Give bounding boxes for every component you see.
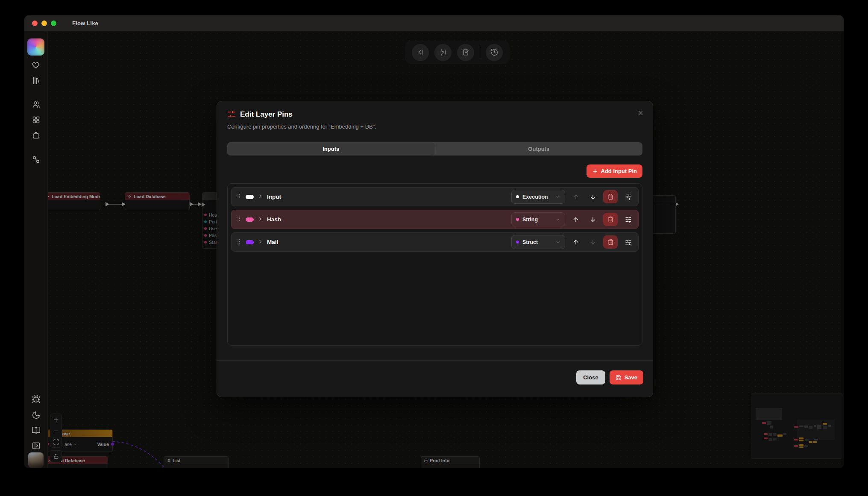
minimap-node-mark — [809, 426, 812, 429]
sidebar-item-flows[interactable] — [30, 153, 42, 165]
node-print-info[interactable]: Print Info — [421, 456, 480, 468]
expand-row-button[interactable] — [258, 238, 263, 246]
expand-row-button[interactable] — [258, 193, 263, 201]
moon-icon — [32, 411, 41, 420]
lock-canvas-button[interactable] — [50, 450, 62, 462]
sidebar-item-store[interactable] — [30, 129, 42, 141]
sidebar-item-favorites[interactable] — [30, 59, 42, 71]
node-list[interactable]: List — [164, 456, 229, 468]
sidebar-item-team[interactable] — [30, 98, 42, 110]
arrow-up-icon — [572, 239, 579, 246]
history-button[interactable] — [486, 44, 503, 61]
footer-divider — [217, 360, 653, 361]
minimize-window-button[interactable] — [41, 21, 47, 26]
node-load-database[interactable]: Load Database — [125, 192, 190, 210]
database-select[interactable]: ase — [65, 442, 77, 447]
user-avatar[interactable] — [28, 452, 44, 468]
drag-handle[interactable] — [236, 215, 242, 224]
close-icon — [637, 110, 644, 116]
pin-settings-button[interactable] — [622, 235, 635, 249]
pin-row-mail[interactable]: Mail Struct — [231, 232, 639, 252]
expand-row-button[interactable] — [258, 216, 263, 223]
move-down-button[interactable] — [586, 235, 599, 249]
exec-in-pin[interactable] — [202, 203, 205, 207]
add-input-pin-button[interactable]: Add Input Pin — [586, 164, 642, 178]
app-logo[interactable] — [27, 38, 44, 56]
chevron-down-icon — [555, 240, 560, 245]
save-button[interactable]: Save — [610, 370, 643, 384]
sliders-icon — [625, 216, 632, 223]
canvas-toolbar — [405, 41, 510, 64]
minimap-node-mark — [814, 425, 816, 427]
chevron-right-icon — [258, 194, 263, 199]
type-label: Struct — [522, 239, 552, 245]
sidebar-item-debug[interactable] — [30, 393, 42, 405]
variables-button[interactable] — [434, 44, 452, 61]
tab-outputs[interactable]: Outputs — [435, 142, 643, 156]
move-down-button[interactable] — [586, 190, 599, 203]
dialog-close-button[interactable] — [635, 107, 646, 118]
sidebar-item-panel-toggle[interactable] — [30, 440, 42, 452]
pin-type-select[interactable]: Struct — [511, 235, 565, 249]
move-up-button[interactable] — [569, 213, 582, 226]
zoom-out-button[interactable] — [50, 425, 62, 436]
window-title: Flow Like — [72, 20, 98, 26]
minimap-node-mark — [770, 426, 773, 428]
chevron-down-icon — [555, 217, 560, 222]
drag-handle[interactable] — [236, 193, 242, 201]
minimap-node-mark — [768, 433, 772, 436]
zoom-window-button[interactable] — [51, 21, 56, 26]
sliders-icon — [625, 239, 632, 246]
minimap-node-mark — [804, 445, 808, 447]
value-pin-dot[interactable] — [111, 443, 114, 446]
minimap-node-mark — [799, 440, 803, 441]
pin-type-select[interactable]: String — [511, 212, 565, 226]
notes-button[interactable] — [457, 44, 474, 61]
move-down-button[interactable] — [586, 213, 599, 226]
book-open-icon — [32, 426, 41, 435]
minimap-node-mark — [799, 446, 803, 448]
sidebar-item-apps[interactable] — [30, 114, 42, 126]
titlebar[interactable]: Flow Like — [24, 15, 844, 31]
zoom-in-button[interactable] — [50, 414, 62, 425]
zap-icon — [128, 194, 132, 199]
minimap-node-mark — [828, 425, 831, 427]
close-window-button[interactable] — [32, 21, 38, 26]
sidebar-item-library[interactable] — [30, 74, 42, 86]
drag-handle[interactable] — [236, 238, 242, 247]
minus-icon — [53, 428, 59, 434]
delete-pin-button[interactable] — [603, 190, 618, 203]
tab-inputs[interactable]: Inputs — [227, 142, 435, 156]
close-button[interactable]: Close — [576, 370, 605, 384]
type-dot — [516, 195, 519, 198]
sidebar-item-theme-toggle[interactable] — [30, 409, 42, 421]
minimap-node-mark — [823, 423, 827, 425]
fit-view-button[interactable] — [50, 436, 62, 447]
move-up-button[interactable] — [569, 235, 582, 249]
pin-row-input[interactable]: Input Execution — [231, 187, 639, 206]
minimap-node-mark — [817, 425, 821, 429]
delete-pin-button[interactable] — [603, 213, 618, 226]
chevron-right-icon — [258, 239, 263, 244]
trash-icon — [607, 216, 614, 223]
pin-settings-button[interactable] — [622, 213, 635, 226]
move-up-button[interactable] — [569, 190, 582, 203]
minimap-node-mark — [764, 437, 768, 439]
pin-type-select[interactable]: Execution — [511, 190, 565, 204]
trash-icon — [607, 239, 614, 245]
step-back-button[interactable] — [412, 44, 429, 61]
pin-settings-button[interactable] — [622, 190, 635, 203]
pin-row-hash[interactable]: Hash String — [231, 210, 639, 229]
minimap-node-mark — [762, 422, 766, 424]
sidebar-item-docs[interactable] — [30, 424, 42, 436]
print-icon — [424, 458, 428, 463]
grip-icon — [236, 215, 242, 222]
traffic-lights — [24, 21, 60, 26]
node-load-embedding-model[interactable]: Load Embedding Model — [47, 192, 100, 210]
minimap-node-mark — [767, 421, 771, 425]
list-icon — [167, 458, 171, 463]
delete-pin-button[interactable] — [603, 235, 618, 249]
minimap-node-mark — [773, 438, 777, 440]
minimap[interactable] — [751, 393, 842, 459]
minimap-node-mark — [814, 439, 818, 440]
